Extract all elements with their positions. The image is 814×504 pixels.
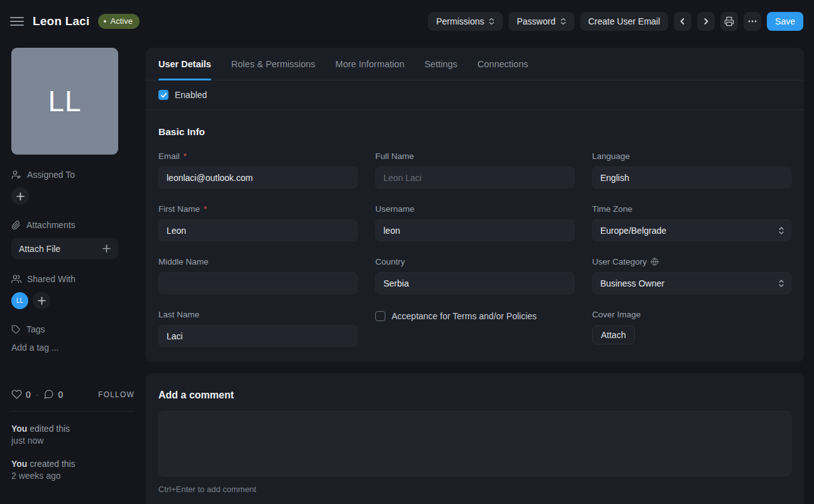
chevron-right-icon bbox=[702, 18, 710, 25]
full-name-input[interactable] bbox=[375, 167, 575, 189]
status-badge: Active bbox=[98, 14, 139, 29]
user-plus-icon bbox=[11, 170, 21, 180]
basic-info-section: Basic Info Email* Full Name Language bbox=[146, 110, 804, 362]
middle-name-field-group: Middle Name bbox=[158, 257, 358, 294]
attach-file-label: Attach File bbox=[19, 244, 60, 254]
add-comment-heading: Add a comment bbox=[158, 390, 791, 401]
first-name-label: First Name bbox=[158, 204, 200, 214]
permissions-label: Permissions bbox=[436, 16, 484, 26]
cover-image-field-group: Cover Image Attach bbox=[592, 310, 791, 347]
print-button[interactable] bbox=[720, 12, 738, 31]
more-actions-button[interactable] bbox=[744, 12, 761, 31]
country-field-group: Country bbox=[375, 257, 575, 294]
comment-hint: Ctrl+Enter to add comment bbox=[158, 485, 791, 494]
ellipsis-icon bbox=[747, 16, 757, 26]
first-name-input[interactable] bbox=[158, 219, 358, 241]
country-input[interactable] bbox=[375, 272, 575, 294]
acceptance-label: Acceptance for Terms and/or Policies bbox=[392, 311, 537, 321]
status-dot-icon bbox=[104, 20, 106, 23]
acceptance-field-group: Acceptance for Terms and/or Policies bbox=[375, 310, 575, 347]
tab-bar: User Details Roles & Permissions More In… bbox=[146, 48, 804, 80]
avatar[interactable]: LL bbox=[11, 48, 118, 155]
last-name-field-group: Last Name bbox=[158, 310, 358, 347]
assigned-to-label: Assigned To bbox=[27, 170, 75, 180]
follow-button[interactable]: FOLLOW bbox=[98, 390, 135, 399]
create-user-email-button[interactable]: Create User Email bbox=[580, 12, 668, 31]
email-input[interactable] bbox=[158, 167, 358, 189]
tab-roles-permissions[interactable]: Roles & Permissions bbox=[231, 48, 316, 80]
tab-more-information[interactable]: More Information bbox=[336, 48, 405, 80]
middle-name-label: Middle Name bbox=[158, 257, 209, 266]
likes-count: 0 bbox=[26, 390, 31, 400]
enabled-row: Enabled bbox=[146, 80, 804, 110]
country-label: Country bbox=[375, 257, 405, 266]
time-zone-select[interactable] bbox=[592, 219, 791, 241]
header: Leon Laci Active Permissions Password Cr… bbox=[0, 0, 814, 43]
enabled-checkbox[interactable] bbox=[158, 90, 168, 100]
history-created: You created this 2 weeks ago bbox=[11, 458, 135, 482]
username-input[interactable] bbox=[375, 219, 575, 241]
history-action: edited this bbox=[30, 424, 70, 434]
full-name-label: Full Name bbox=[375, 151, 414, 161]
middle-name-input[interactable] bbox=[158, 272, 358, 294]
user-details-panel: User Details Roles & Permissions More In… bbox=[146, 48, 804, 362]
social-row: 0 · 0 FOLLOW bbox=[11, 389, 135, 400]
cover-image-attach-button[interactable]: Attach bbox=[592, 326, 635, 344]
tab-user-details[interactable]: User Details bbox=[158, 48, 211, 80]
history-time: just now bbox=[11, 435, 135, 447]
globe-icon bbox=[651, 258, 659, 266]
basic-info-heading: Basic Info bbox=[158, 126, 791, 138]
assigned-to-section: Assigned To bbox=[11, 170, 135, 205]
permissions-dropdown-button[interactable]: Permissions bbox=[428, 12, 503, 31]
language-field-group: Language bbox=[592, 151, 791, 189]
user-category-field-group: User Category bbox=[592, 257, 791, 294]
plus-icon bbox=[102, 244, 111, 253]
history-action: created this bbox=[30, 459, 75, 469]
attachments-label: Attachments bbox=[26, 220, 75, 230]
last-name-input[interactable] bbox=[158, 325, 358, 347]
history-actor: You bbox=[11, 459, 27, 469]
shared-user-avatar[interactable]: LL bbox=[11, 292, 28, 309]
comment-textarea[interactable] bbox=[158, 411, 791, 476]
last-name-label: Last Name bbox=[158, 310, 199, 319]
tab-connections[interactable]: Connections bbox=[478, 48, 529, 80]
language-input[interactable] bbox=[592, 167, 791, 189]
user-category-select[interactable] bbox=[592, 272, 791, 294]
language-label: Language bbox=[592, 151, 630, 161]
email-label: Email bbox=[158, 151, 180, 161]
add-assigned-user-button[interactable] bbox=[11, 187, 29, 205]
attach-file-button[interactable]: Attach File bbox=[11, 238, 118, 259]
save-button[interactable]: Save bbox=[767, 12, 803, 31]
acceptance-checkbox[interactable] bbox=[375, 311, 385, 321]
next-record-button[interactable] bbox=[697, 12, 715, 31]
tab-settings[interactable]: Settings bbox=[424, 48, 457, 80]
comment-bubble-icon[interactable] bbox=[43, 389, 54, 400]
username-label: Username bbox=[375, 204, 414, 214]
attachments-section: Attachments Attach File bbox=[11, 220, 135, 259]
chevron-updown-icon bbox=[560, 18, 566, 25]
add-tag-input[interactable]: Add a tag ... bbox=[11, 342, 135, 353]
divider bbox=[11, 411, 135, 412]
comment-panel: Add a comment Ctrl+Enter to add comment … bbox=[146, 373, 804, 504]
username-field-group: Username bbox=[375, 204, 575, 241]
tags-label: Tags bbox=[26, 324, 45, 334]
history-actor: You bbox=[11, 424, 27, 434]
shared-with-label: Shared With bbox=[27, 274, 75, 284]
user-category-label: User Category bbox=[592, 257, 647, 266]
plus-icon bbox=[16, 192, 25, 200]
plus-icon bbox=[38, 297, 46, 305]
tag-icon bbox=[11, 325, 21, 334]
cover-image-label: Cover Image bbox=[592, 310, 641, 319]
page-title: Leon Laci bbox=[33, 14, 89, 28]
add-shared-user-button[interactable] bbox=[33, 292, 50, 309]
menu-icon[interactable] bbox=[10, 14, 24, 28]
previous-record-button[interactable] bbox=[674, 12, 691, 31]
required-asterisk: * bbox=[184, 151, 187, 161]
first-name-field-group: First Name* bbox=[158, 204, 358, 241]
user-detail-screen: Leon Laci Active Permissions Password Cr… bbox=[0, 0, 814, 504]
password-label: Password bbox=[517, 16, 555, 26]
password-dropdown-button[interactable]: Password bbox=[509, 12, 574, 31]
heart-icon[interactable] bbox=[11, 389, 22, 400]
time-zone-field-group: Time Zone bbox=[592, 204, 791, 241]
email-field-group: Email* bbox=[158, 151, 358, 189]
